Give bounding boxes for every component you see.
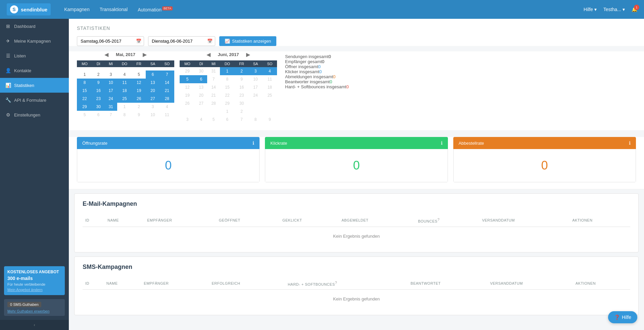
cal-cell[interactable]: 1 — [220, 67, 235, 75]
cal-cell[interactable]: 28 — [160, 95, 174, 103]
cal-cell[interactable]: 21 — [160, 87, 174, 95]
cal-cell[interactable]: 25 — [117, 95, 132, 103]
logo[interactable]: S sendinblue — [7, 3, 51, 15]
nav-kampagnen[interactable]: Kampagnen — [64, 5, 90, 13]
cal-cell[interactable]: 5 — [207, 115, 220, 124]
cal-cell[interactable]: 3 — [146, 103, 159, 111]
calendar-from-icon[interactable]: 📅 — [136, 39, 141, 44]
cal-cell[interactable]: 18 — [117, 87, 132, 95]
cal-cell[interactable]: 4 — [160, 103, 174, 111]
offer-link[interactable]: Mein Angebot ändern — [7, 288, 61, 292]
cal-cell[interactable]: 14 — [207, 83, 220, 91]
cal-cell[interactable]: 20 — [195, 91, 207, 99]
cal-cell[interactable]: 30 — [92, 103, 104, 111]
cal-cell[interactable]: 25 — [263, 91, 277, 99]
cal-cell[interactable]: 6 — [195, 75, 207, 83]
bounces-info-icon[interactable]: ? — [438, 218, 440, 222]
cal-cell[interactable]: 30 — [195, 67, 207, 75]
cal-cell[interactable]: 4 — [195, 115, 207, 124]
cal-cell[interactable]: 17 — [104, 87, 117, 95]
calendar-may-next[interactable]: ▶ — [141, 51, 149, 58]
date-to-input[interactable] — [148, 36, 215, 46]
cal-cell[interactable]: 26 — [132, 95, 146, 103]
calendar-june-next[interactable]: ▶ — [244, 51, 252, 58]
info-icon-abbestellrate[interactable]: ℹ — [629, 140, 631, 146]
cal-cell[interactable]: 5 — [77, 111, 92, 119]
cal-cell[interactable]: 28 — [207, 99, 220, 107]
cal-cell[interactable]: 29 — [180, 67, 195, 75]
cal-cell[interactable]: 8 — [248, 115, 262, 124]
cal-cell[interactable]: 5 — [180, 75, 195, 83]
cal-cell[interactable]: 22 — [220, 91, 235, 99]
info-icon-klickrate[interactable]: ℹ — [441, 140, 443, 146]
cal-cell[interactable]: 6 — [92, 111, 104, 119]
cal-cell[interactable]: 10 — [104, 79, 117, 87]
cal-cell[interactable]: 26 — [180, 99, 195, 107]
cal-cell[interactable]: 5 — [132, 70, 146, 79]
sidebar-item-api-formulare[interactable]: 🔧 API & Formulare — [0, 93, 69, 107]
sms-bounces-info-icon[interactable]: ? — [335, 281, 337, 285]
cal-cell[interactable]: 3 — [248, 67, 262, 75]
cal-cell[interactable]: 11 — [160, 111, 174, 119]
help-button[interactable]: ❓ Hilfe — [608, 311, 637, 323]
cal-cell[interactable]: 3 — [104, 70, 117, 79]
cal-cell[interactable]: 31 — [104, 103, 117, 111]
cal-cell[interactable]: 7 — [160, 70, 174, 79]
cal-cell[interactable]: 16 — [235, 83, 248, 91]
show-stats-button[interactable]: 📈 Statistiken anzeigen — [219, 36, 276, 46]
cal-cell[interactable]: 8 — [117, 111, 132, 119]
cal-cell[interactable]: 1 — [220, 107, 235, 115]
sidebar-item-meine-kampagnen[interactable]: ✈ Meine Kampagnen — [0, 34, 69, 48]
sms-link[interactable]: Mehr Guthaben erwerben — [7, 309, 61, 313]
cal-cell[interactable]: 7 — [207, 75, 220, 83]
cal-cell[interactable]: 16 — [92, 87, 104, 95]
cal-cell[interactable]: 19 — [132, 87, 146, 95]
user-menu[interactable]: Testha... ▾ — [603, 7, 625, 12]
cal-cell[interactable]: 29 — [77, 103, 92, 111]
cal-cell[interactable]: 24 — [248, 91, 262, 99]
notification-bell[interactable]: 🔔 1 — [632, 7, 637, 12]
cal-cell[interactable]: 4 — [263, 67, 277, 75]
cal-cell[interactable]: 13 — [195, 83, 207, 91]
cal-cell[interactable]: 9 — [263, 115, 277, 124]
cal-cell[interactable]: 17 — [248, 83, 262, 91]
cal-cell[interactable]: 6 — [220, 115, 235, 124]
sidebar-item-einstellungen[interactable]: ⚙ Einstellungen — [0, 107, 69, 122]
cal-cell[interactable]: 18 — [263, 83, 277, 91]
cal-cell[interactable]: 15 — [77, 87, 92, 95]
cal-cell[interactable]: 8 — [220, 75, 235, 83]
cal-cell[interactable]: 21 — [207, 91, 220, 99]
sidebar-item-listen[interactable]: ☰ Listen — [0, 48, 69, 63]
cal-cell[interactable]: 9 — [235, 75, 248, 83]
calendar-to-icon[interactable]: 📅 — [207, 39, 213, 44]
cal-cell[interactable]: 13 — [146, 79, 159, 87]
help-menu[interactable]: Hilfe ▾ — [584, 7, 597, 12]
cal-cell[interactable]: 12 — [132, 79, 146, 87]
cal-cell[interactable]: 6 — [146, 70, 159, 79]
cal-cell[interactable]: 10 — [146, 111, 159, 119]
cal-cell[interactable]: 23 — [92, 95, 104, 103]
cal-cell[interactable]: 1 — [117, 103, 132, 111]
cal-cell[interactable]: 4 — [117, 70, 132, 79]
sidebar-item-dashboard[interactable]: ⊞ Dashboard — [0, 19, 69, 34]
cal-cell[interactable]: 27 — [195, 99, 207, 107]
cal-cell[interactable]: 9 — [92, 79, 104, 87]
sidebar-item-statistiken[interactable]: 📊 Statistiken — [0, 78, 69, 93]
cal-cell[interactable]: 2 — [132, 103, 146, 111]
cal-cell[interactable]: 22 — [77, 95, 92, 103]
cal-cell[interactable]: 15 — [220, 83, 235, 91]
sidebar-collapse[interactable]: ‹ — [0, 320, 69, 330]
cal-cell[interactable]: 31 — [207, 67, 220, 75]
cal-cell[interactable]: 14 — [160, 79, 174, 87]
cal-cell[interactable]: 24 — [104, 95, 117, 103]
cal-cell[interactable]: 1 — [77, 70, 92, 79]
cal-cell[interactable]: 9 — [132, 111, 146, 119]
cal-cell[interactable]: 30 — [235, 99, 248, 107]
cal-cell[interactable]: 19 — [180, 91, 195, 99]
cal-cell[interactable]: 27 — [146, 95, 159, 103]
cal-cell[interactable]: 7 — [235, 115, 248, 124]
calendar-may-prev[interactable]: ◀ — [102, 51, 110, 58]
cal-cell[interactable]: 11 — [263, 75, 277, 83]
cal-cell[interactable]: 23 — [235, 91, 248, 99]
cal-cell[interactable]: 8 — [77, 79, 92, 87]
